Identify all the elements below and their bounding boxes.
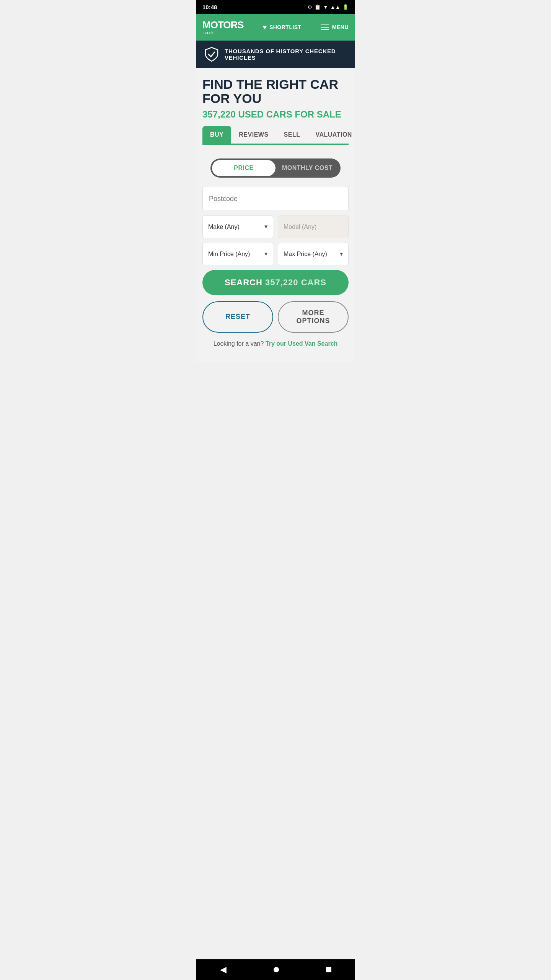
logo[interactable]: MOTORS .co.uk (202, 20, 244, 35)
logo-motors-text: MOTORS (202, 20, 244, 30)
history-banner: THOUSANDS OF HISTORY CHECKED VEHICLES (196, 41, 355, 68)
clipboard-icon: 📋 (315, 4, 321, 10)
search-button[interactable]: SEARCH 357,220 CARS (202, 270, 349, 295)
logo-dot-text: .co.uk (202, 30, 244, 35)
tab-sell[interactable]: SELL (276, 126, 308, 144)
menu-button[interactable]: MENU (321, 24, 349, 30)
max-price-wrapper[interactable]: Max Price (Any) ▼ (278, 243, 349, 265)
main-content: FIND THE RIGHT CAR FOR YOU 357,220 USED … (196, 68, 355, 363)
price-row: Min Price (Any) ▼ Max Price (Any) ▼ (202, 243, 349, 265)
min-price-wrapper[interactable]: Min Price (Any) ▼ (202, 243, 273, 265)
tab-reviews[interactable]: REVIEWS (231, 126, 276, 144)
more-options-button[interactable]: MORE OPTIONS (278, 301, 349, 333)
tab-buy[interactable]: BUY (202, 126, 231, 144)
price-toggle: PRICE MONTHLY COST (210, 158, 341, 178)
price-toggle-container: PRICE MONTHLY COST (202, 158, 349, 178)
hamburger-icon (321, 24, 329, 30)
min-price-select[interactable]: Min Price (Any) (202, 243, 273, 265)
van-search-text: Looking for a van? Try our Used Van Sear… (202, 340, 349, 347)
menu-label: MENU (332, 24, 349, 30)
header: MOTORS .co.uk ♥ SHORTLIST MENU (196, 14, 355, 41)
toggle-price[interactable]: PRICE (212, 160, 276, 176)
reset-button[interactable]: RESET (202, 301, 273, 333)
bottom-buttons: RESET MORE OPTIONS (202, 301, 349, 333)
heart-icon: ♥ (263, 23, 267, 31)
main-tabs: BUY REVIEWS SELL VALUATION (202, 126, 349, 145)
status-time: 10:48 (202, 4, 217, 10)
hero-subtitle: 357,220 USED CARS FOR SALE (202, 109, 349, 120)
max-price-select[interactable]: Max Price (Any) (278, 243, 349, 265)
model-wrapper[interactable]: Model (Any) (278, 216, 349, 238)
battery-icon: 🔋 (342, 4, 349, 10)
signal-icon: ▲▲ (330, 4, 340, 10)
tab-valuation[interactable]: VALUATION (308, 126, 355, 144)
status-icons: ⚙ 📋 ▼ ▲▲ 🔋 (308, 4, 349, 10)
banner-text: THOUSANDS OF HISTORY CHECKED VEHICLES (225, 48, 347, 61)
shield-check-icon (204, 47, 219, 62)
search-button-prefix: SEARCH (225, 278, 265, 287)
toggle-monthly-cost[interactable]: MONTHLY COST (276, 160, 339, 176)
make-select[interactable]: Make (Any) (202, 216, 273, 238)
postcode-input[interactable] (202, 187, 349, 211)
postcode-field[interactable] (202, 187, 349, 211)
make-wrapper[interactable]: Make (Any) ▼ (202, 216, 273, 238)
hero-section: FIND THE RIGHT CAR FOR YOU 357,220 USED … (196, 68, 355, 151)
van-search-link[interactable]: Try our Used Van Search (266, 340, 338, 347)
search-section: PRICE MONTHLY COST Make (Any) ▼ Model (A… (196, 151, 355, 363)
wifi-icon: ▼ (323, 4, 328, 10)
hero-title: FIND THE RIGHT CAR FOR YOU (202, 77, 349, 106)
make-model-row: Make (Any) ▼ Model (Any) (202, 216, 349, 238)
shortlist-label: SHORTLIST (269, 24, 302, 30)
settings-icon: ⚙ (308, 4, 312, 10)
shortlist-button[interactable]: ♥ SHORTLIST (263, 23, 302, 31)
search-button-count: 357,220 CARS (265, 278, 326, 287)
model-select[interactable]: Model (Any) (278, 216, 349, 238)
van-search-label: Looking for a van? (214, 340, 264, 347)
status-bar: 10:48 ⚙ 📋 ▼ ▲▲ 🔋 (196, 0, 355, 14)
